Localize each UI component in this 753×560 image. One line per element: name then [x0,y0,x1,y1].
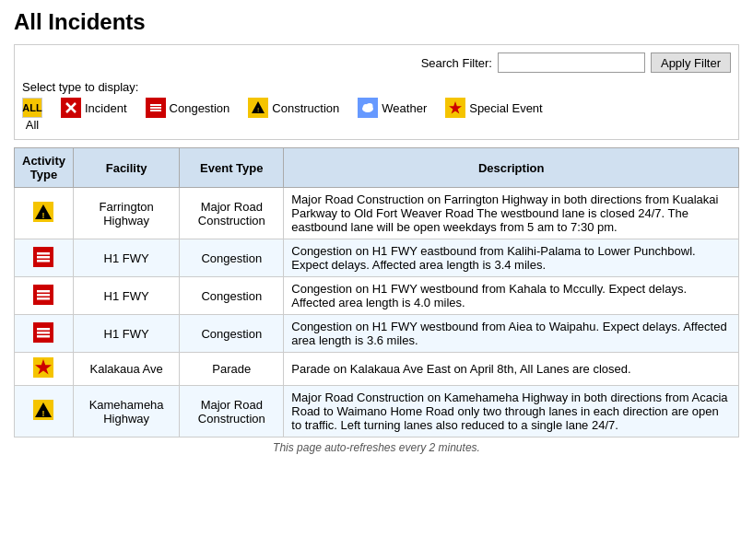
type-label-congestion: Congestion [170,101,230,115]
type-select-label: Select type to display: [22,80,731,94]
table-row: H1 FWYCongestionCongestion on H1 FWY wes… [15,315,739,353]
svg-rect-28 [37,328,50,331]
row-icon-cell: ! [15,386,74,438]
table-row: Kalakaua AveParadeParade on Kalakaua Ave… [15,353,739,386]
svg-text:!: ! [257,106,259,114]
type-label-special: Special Event [469,101,543,115]
page-title: All Incidents [14,9,739,35]
type-label-construction: Construction [272,101,339,115]
all-icon: ALL [22,98,42,118]
svg-rect-25 [37,294,50,297]
svg-rect-29 [37,332,50,334]
incidents-table: ActivityType Facility Event Type Descrip… [14,147,739,438]
row-facility: Kalakaua Ave [73,353,179,386]
row-description: Congestion on H1 FWY westbound from Kaha… [284,277,739,315]
svg-rect-21 [37,256,50,259]
row-facility: Kamehameha Highway [73,386,179,438]
row-event-type: Congestion [180,277,284,315]
type-section: Select type to display: ALL All Incident [22,80,731,132]
filter-section: Search Filter: Apply Filter Select type … [14,44,739,140]
row-facility: H1 FWY [73,239,179,277]
row-icon-cell [15,353,74,386]
table-row: !Farrington HighwayMajor Road Constructi… [15,188,739,239]
construction-icon: ! [248,98,268,118]
congestion-icon [146,98,166,118]
table-row: !Kamehameha HighwayMajor Road Constructi… [15,386,739,438]
svg-point-13 [367,103,373,109]
type-item-incident[interactable]: Incident [61,98,127,118]
svg-text:!: ! [42,409,45,418]
svg-rect-30 [37,335,50,338]
row-description: Major Road Construction on Kamehameha Hi… [284,386,739,438]
type-item-construction[interactable]: ! Construction [248,98,339,118]
row-description: Major Road Construction on Farrington Hi… [284,188,739,239]
svg-text:!: ! [42,211,45,220]
type-label-all: All [26,118,39,132]
row-description: Congestion on H1 FWY westbound from Aiea… [284,315,739,353]
col-header-event-type: Event Type [180,148,284,188]
row-facility: H1 FWY [73,315,179,353]
row-icon-cell: ! [15,188,74,239]
row-event-type: Major Road Construction [180,188,284,239]
table-row: H1 FWYCongestionCongestion on H1 FWY eas… [15,239,739,277]
svg-rect-6 [150,110,161,111]
svg-rect-4 [150,104,161,106]
row-event-type: Parade [180,353,284,386]
search-filter-label: Search Filter: [421,56,492,70]
row-event-type: Congestion [180,315,284,353]
svg-rect-20 [37,252,50,255]
row-facility: Farrington Highway [73,188,179,239]
col-header-facility: Facility [73,148,179,188]
row-icon-cell [15,315,74,353]
svg-rect-22 [37,260,50,262]
special-icon [445,98,465,118]
table-row: H1 FWYCongestionCongestion on H1 FWY wes… [15,277,739,315]
col-header-description: Description [284,148,739,188]
row-event-type: Congestion [180,239,284,277]
weather-icon [358,98,378,118]
row-description: Parade on Kalakaua Ave East on April 8th… [284,353,739,386]
type-item-special[interactable]: Special Event [445,98,543,118]
search-row: Search Filter: Apply Filter [22,52,731,73]
type-label-incident: Incident [85,101,127,115]
row-facility: H1 FWY [73,277,179,315]
col-header-activity-type: ActivityType [15,148,74,188]
apply-filter-button[interactable]: Apply Filter [651,52,731,73]
incident-icon [61,98,81,118]
type-label-weather: Weather [382,101,427,115]
search-input[interactable] [498,52,645,73]
row-description: Congestion on H1 FWY eastbound from Kali… [284,239,739,277]
row-icon-cell [15,277,74,315]
svg-rect-26 [37,298,50,300]
svg-rect-24 [37,290,50,293]
type-item-weather[interactable]: Weather [358,98,427,118]
svg-rect-5 [150,107,161,109]
type-item-congestion[interactable]: Congestion [146,98,230,118]
type-icons-row: ALL All Incident [22,98,731,132]
footer-note: This page auto-refreshes every 2 minutes… [14,441,739,454]
row-event-type: Major Road Construction [180,386,284,438]
type-item-all[interactable]: ALL All [22,98,42,132]
row-icon-cell [15,239,74,277]
